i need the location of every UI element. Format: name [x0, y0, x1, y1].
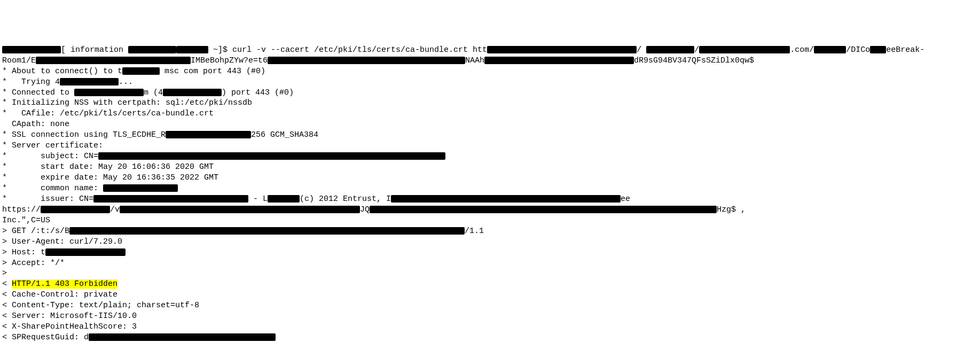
terminal-text: > User-Agent: curl/7.29.0: [2, 237, 122, 246]
terminal-text: Room1/E: [2, 56, 36, 65]
terminal-text: Hzg$ ,: [717, 205, 746, 214]
terminal-text: JQ: [360, 205, 370, 214]
terminal-text: * Initializing NSS with certpath: sql:/e…: [2, 98, 252, 107]
terminal-line: * Connected to m (4) port 443 (#0): [2, 88, 978, 98]
terminal-text: ...: [119, 77, 133, 87]
terminal-text: /: [694, 45, 699, 55]
terminal-text: <: [2, 279, 12, 289]
redacted-segment: [89, 333, 276, 341]
terminal-text: * expire date: May 20 16:36:35 2022 GMT: [2, 173, 218, 182]
terminal-text: https://: [2, 205, 41, 214]
redacted-segment: [484, 57, 634, 64]
terminal-text: msc com port 443 (#0): [160, 67, 265, 76]
redacted-segment: [120, 206, 360, 213]
redacted-segment: [166, 131, 251, 138]
terminal-line: * Initializing NSS with certpath: sql:/e…: [2, 98, 978, 108]
terminal-text: eeBreak-: [886, 45, 924, 55]
redacted-segment: [370, 206, 717, 213]
terminal-text: .com/: [790, 45, 814, 55]
terminal-line: * About to connect() to t msc com port 4…: [2, 66, 978, 77]
redacted-segment: [74, 89, 144, 96]
terminal-text: * issuer: CN=: [2, 195, 93, 204]
terminal-line: > GET /:t:/s/B/1.1: [2, 226, 978, 237]
terminal-text: /1.1: [465, 227, 484, 236]
redacted-segment: [391, 195, 621, 203]
terminal-line: >: [2, 268, 978, 279]
terminal-line: > Host: t: [2, 247, 978, 258]
terminal-text: > Accept: */*: [2, 259, 65, 268]
terminal-text: > Host: t: [2, 248, 45, 257]
terminal-line: < HTTP/1.1 403 Forbidden: [2, 279, 978, 290]
redacted-segment: [268, 195, 300, 203]
redacted-segment: [699, 46, 790, 53]
terminal-line: < X-SharePointHealthScore: 3: [2, 322, 978, 332]
terminal-line: > Accept: */*: [2, 258, 978, 269]
terminal-text: CApath: none: [2, 120, 69, 129]
terminal-line: > User-Agent: curl/7.29.0: [2, 237, 978, 247]
redacted-segment: [870, 46, 886, 53]
redacted-segment: [103, 184, 178, 192]
terminal-text: >: [2, 269, 7, 278]
terminal-text: - L: [248, 195, 268, 204]
redacted-segment: [163, 89, 222, 96]
redacted-segment: [128, 46, 176, 53]
terminal-text: /DICo: [846, 45, 870, 55]
terminal-text: * Server certificate:: [2, 141, 103, 150]
redacted-segment: [69, 227, 465, 235]
terminal-text: * subject: CN=: [2, 152, 98, 161]
terminal-text: dR9sG94BV347QFsSZiDlx0qw$: [634, 56, 754, 65]
terminal-text: /v: [110, 205, 120, 214]
redacted-segment: [2, 46, 61, 53]
terminal-line: CApath: none: [2, 119, 978, 130]
terminal-text: IMBeBohpZYw?e=t6: [191, 56, 268, 65]
terminal-text: * common name:: [2, 184, 103, 193]
redacted-segment: [36, 57, 191, 64]
terminal-text: * start date: May 20 16:06:36 2020 GMT: [2, 162, 214, 172]
terminal-text: m (4: [144, 88, 163, 97]
redacted-segment: [41, 206, 110, 213]
terminal-text: * SSL connection using TLS_ECDHE_R: [2, 130, 166, 139]
terminal-text: < Content-Type: text/plain; charset=utf-…: [2, 301, 199, 310]
terminal-line: < Cache-Control: private: [2, 290, 978, 300]
terminal-line: < Content-Type: text/plain; charset=utf-…: [2, 300, 978, 311]
terminal-text: < SPRequestGuid: d: [2, 333, 89, 342]
terminal-text: < X-SharePointHealthScore: 3: [2, 322, 137, 331]
highlighted-text: HTTP/1.1 403 Forbidden: [12, 279, 117, 289]
redacted-segment: [487, 46, 637, 53]
terminal-line: * start date: May 20 16:06:36 2020 GMT: [2, 162, 978, 173]
terminal-text: (c) 2012 Entrust, I: [300, 195, 391, 204]
terminal-line: * CAfile: /etc/pki/tls/certs/ca-bundle.c…: [2, 108, 978, 119]
terminal-line: * expire date: May 20 16:36:35 2022 GMT: [2, 173, 978, 183]
terminal-line: * Trying 4...: [2, 77, 978, 88]
terminal-text: * Trying 4: [2, 77, 60, 87]
terminal-line: * SSL connection using TLS_ECDHE_R256 GC…: [2, 130, 978, 141]
terminal-line: [ information ~]$ curl -v --cacert /etc/…: [2, 45, 978, 56]
redacted-segment: [98, 152, 445, 160]
terminal-text: ~]$ curl -v --cacert /etc/pki/tls/certs/…: [208, 45, 487, 55]
terminal-line: Inc.",C=US: [2, 215, 978, 226]
terminal-text: > GET /:t:/s/B: [2, 227, 69, 236]
terminal-line: * common name:: [2, 183, 978, 194]
terminal-line: < SPRequestGuid: d: [2, 332, 978, 343]
terminal-text: * CAfile: /etc/pki/tls/certs/ca-bundle.c…: [2, 109, 214, 118]
terminal-text: Inc.",C=US: [2, 216, 50, 225]
terminal-text: < Server: Microsoft-IIS/10.0: [2, 312, 137, 321]
terminal-text: ee: [621, 195, 630, 204]
redacted-segment: [176, 46, 208, 53]
redacted-segment: [122, 67, 160, 75]
terminal-line: < Server: Microsoft-IIS/10.0: [2, 311, 978, 322]
terminal-text: /: [637, 45, 646, 55]
redacted-segment: [93, 195, 248, 203]
redacted-segment: [268, 57, 465, 64]
terminal-text: 256 GCM_SHA384: [251, 130, 318, 139]
terminal-text: < Cache-Control: private: [2, 290, 117, 299]
redacted-segment: [60, 78, 119, 85]
terminal-line: * Server certificate:: [2, 141, 978, 151]
redacted-segment: [646, 46, 694, 53]
redacted-segment: [45, 248, 126, 256]
terminal-output: [ information ~]$ curl -v --cacert /etc/…: [2, 45, 978, 343]
terminal-text: [ information: [61, 45, 128, 55]
terminal-line: https:///vJQHzg$ ,: [2, 205, 978, 215]
terminal-text: ) port 443 (#0): [222, 88, 294, 97]
terminal-text: * About to connect() to t: [2, 67, 122, 76]
